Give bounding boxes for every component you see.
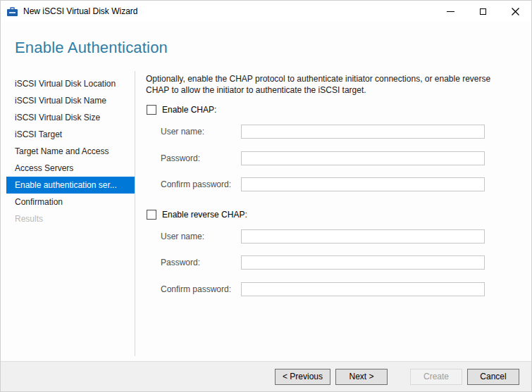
title-bar: New iSCSI Virtual Disk Wizard	[1, 1, 531, 22]
enable-reverse-chap-checkbox[interactable]	[147, 210, 156, 220]
sidebar-item-target-name-access[interactable]: Target Name and Access	[1, 143, 135, 160]
enable-chap-label: Enable CHAP:	[162, 105, 216, 115]
chap-username-label: User name:	[161, 127, 204, 137]
page-description: Optionally, enable the CHAP protocol to …	[146, 73, 515, 96]
chap-confirm-password-label: Confirm password:	[161, 179, 231, 189]
reverse-chap-password-input[interactable]	[241, 255, 485, 270]
sidebar-item-access-servers[interactable]: Access Servers	[1, 160, 135, 177]
wizard-step-list: iSCSI Virtual Disk Location iSCSI Virtua…	[1, 75, 135, 227]
maximize-icon	[480, 8, 486, 15]
minimize-button[interactable]	[434, 1, 466, 22]
chap-username-input[interactable]	[241, 125, 485, 139]
sidebar-item-disk-size[interactable]: iSCSI Virtual Disk Size	[1, 109, 135, 126]
chap-confirm-password-input[interactable]	[241, 177, 485, 191]
page-title: Enable Authentication	[15, 39, 168, 57]
previous-button[interactable]: < Previous	[275, 369, 330, 385]
sidebar-divider	[135, 71, 135, 356]
create-button: Create	[410, 369, 462, 385]
main-content: Optionally, enable the CHAP protocol to …	[146, 73, 523, 96]
sidebar-item-disk-location[interactable]: iSCSI Virtual Disk Location	[1, 75, 135, 92]
close-button[interactable]	[499, 1, 531, 22]
cancel-button[interactable]: Cancel	[467, 369, 519, 385]
minimize-icon	[447, 11, 454, 12]
toolbox-icon	[7, 6, 18, 17]
close-icon	[512, 8, 519, 15]
sidebar-item-disk-name[interactable]: iSCSI Virtual Disk Name	[1, 92, 135, 109]
window-title: New iSCSI Virtual Disk Wizard	[23, 6, 137, 16]
reverse-chap-password-label: Password:	[161, 258, 200, 267]
sidebar-item-confirmation[interactable]: Confirmation	[1, 194, 135, 210]
chap-password-input[interactable]	[241, 151, 485, 165]
sidebar-item-enable-authentication[interactable]: Enable authentication ser...	[6, 177, 135, 194]
chap-password-label: Password:	[161, 153, 200, 163]
reverse-chap-confirm-password-input[interactable]	[241, 282, 485, 296]
reverse-chap-confirm-password-label: Confirm password:	[161, 284, 231, 294]
enable-reverse-chap-label: Enable reverse CHAP:	[162, 210, 247, 220]
maximize-button[interactable]	[466, 1, 499, 22]
sidebar-item-iscsi-target[interactable]: iSCSI Target	[1, 126, 135, 143]
enable-chap-checkbox-row[interactable]: Enable CHAP:	[147, 105, 216, 115]
sidebar-item-results: Results	[1, 210, 135, 227]
next-button[interactable]: Next >	[335, 369, 388, 385]
reverse-chap-username-label: User name:	[161, 232, 204, 241]
wizard-window: New iSCSI Virtual Disk Wizard Enable Aut…	[0, 0, 532, 392]
enable-reverse-chap-checkbox-row[interactable]: Enable reverse CHAP:	[147, 210, 247, 220]
reverse-chap-username-input[interactable]	[241, 229, 485, 244]
wizard-footer: < Previous Next > Create Cancel	[1, 361, 531, 391]
enable-chap-checkbox[interactable]	[147, 105, 156, 115]
